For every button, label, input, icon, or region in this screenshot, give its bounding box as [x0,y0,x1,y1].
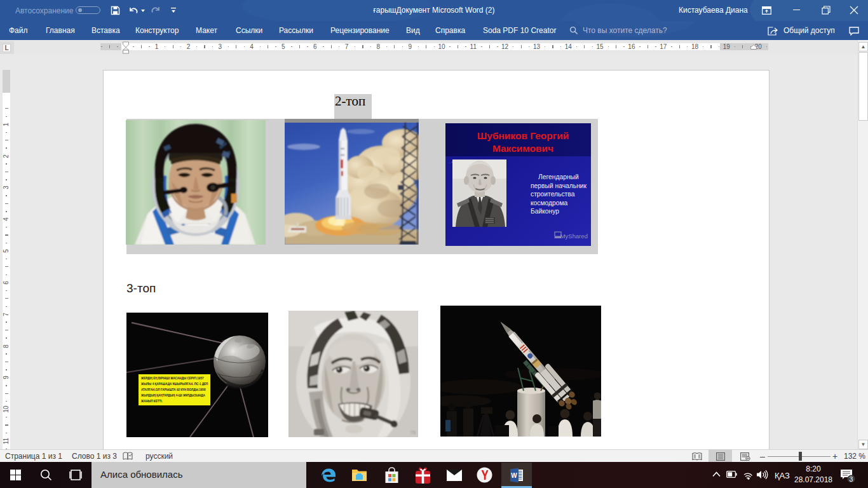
svg-text:Шубников Георгий: Шубников Георгий [477,130,569,141]
svg-text:W: W [511,472,517,479]
svg-text:Максимович: Максимович [492,143,553,154]
svg-text:ЖЕРДІҢ ЕҢ БІРІНШІ ЖАСАНДЫ СЕРІ: ЖЕРДІҢ ЕҢ БІРІНШІ ЖАСАНДЫ СЕРІГІ.1957 [140,377,204,380]
svg-text:3: 3 [850,475,853,483]
svg-text:ЖЫЛДЫҢ ҚАҢТАРДЫҢ 4-ШІ ЖҰЛДЫЗЫН: ЖЫЛДЫҢ ҚАҢТАРДЫҢ 4-ШІ ЖҰЛДЫЗЫНДА [140,394,206,397]
svg-text:первый начальник: первый начальник [531,182,587,189]
svg-text:ЖАНЫП КЕТТІ.: ЖАНЫП КЕТТІ. [140,400,163,403]
svg-text:АТАЛҒАН.ОЛ ҒАРЫШТА 92 КҮН БОЛД: АТАЛҒАН.ОЛ ҒАРЫШТА 92 КҮН БОЛДЫ.1958 [141,388,206,391]
svg-text:космодрома: космодрома [531,200,568,207]
svg-text:строительства: строительства [531,191,575,198]
svg-text:73: 73 [410,430,416,435]
svg-text:Легендарный: Легендарный [538,173,579,180]
svg-text:ЖЫЛЫ 4 ҚАРАШАДА ҰШЫРЫЛҒАН. ПС-: ЖЫЛЫ 4 ҚАРАШАДА ҰШЫРЫЛҒАН. ПС-1 ДЕП [140,383,208,386]
svg-text:Байконур: Байконур [531,208,559,215]
svg-text:MyShared: MyShared [560,233,588,240]
